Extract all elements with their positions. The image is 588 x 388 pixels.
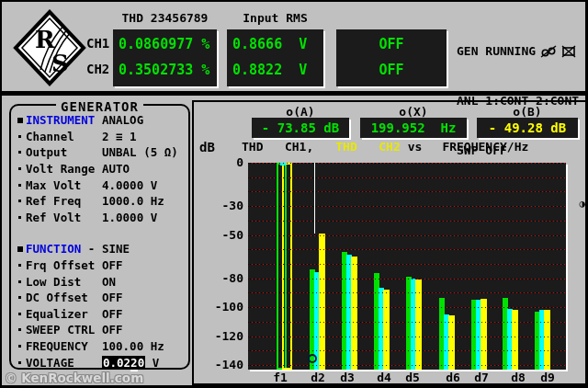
generator-row-instrument[interactable]: INSTRUMENTANALOG [14,112,186,129]
gridline-overlay [248,307,566,308]
thd-panel-title: THD 23456789 [113,11,217,25]
param-label: VOLTAGE [26,356,102,370]
param-label: INSTRUMENT [26,113,102,127]
gridline-overlay [248,177,566,178]
bar-thd-ch2-d2 [319,234,325,370]
aux-display: OFF OFF [336,29,447,86]
x-tick-label-d2: d2 [302,371,334,384]
gridline-overlay [248,322,566,323]
generator-row-max-volt[interactable]: Max Volt4.0000 V [14,177,186,193]
param-label: Volt Range [26,162,102,176]
gridline-overlay [248,235,566,236]
param-value: SINE [102,242,130,256]
section-bullet-icon [14,118,26,123]
param-value: 1000.0 Hz [102,194,164,208]
generator-row-function[interactable]: FUNCTION -SINE [14,241,186,257]
param-label: Equalizer [26,307,102,321]
audio-analyzer-screen: R S THD 23456789 Input RMS CH1 CH2 0.086… [0,0,588,388]
legend-part: THD CH2 [335,140,400,154]
x-tick-label-d4: d4 [368,371,400,384]
item-bullet-icon [14,361,26,364]
gridline-overlay [248,249,566,250]
param-label: FUNCTION - [26,242,102,256]
watermark: © KenRockwell.com [5,371,143,385]
item-bullet-icon [14,200,26,202]
legend-part: THD CH1, [242,140,313,154]
generator-row-equalizer[interactable]: EqualizerOFF [14,306,186,323]
item-bullet-icon [14,264,26,267]
item-bullet-icon [14,280,26,283]
item-bullet-icon [14,184,26,187]
readout-value-oB: - 49.28 dB [477,118,578,138]
param-label: Ref Freq [26,194,102,208]
generator-row-sweep-ctrl[interactable]: SWEEP CTRLOFF [14,322,186,338]
x-tick-label-d7: d7 [466,371,497,384]
param-value[interactable]: 0.0220 V [102,356,159,370]
generator-row-output[interactable]: OutputUNBAL (5 Ω) [14,144,186,161]
item-bullet-icon [14,167,26,170]
bar-thd-ch2-d3 [351,257,357,370]
y-tick-label: -80 [198,271,243,285]
generator-row-ref-volt[interactable]: Ref Volt1.0000 V [14,210,186,226]
ch1-label: CH1 [86,36,109,51]
gridline-overlay [248,264,566,265]
input-rms-title: Input RMS [227,11,323,25]
bar-plot [248,163,566,370]
thd-display: 0.0860977 % 0.3502733 % [113,29,217,86]
x-tick-label-d5: d5 [397,371,428,384]
param-value: OFF [102,291,123,304]
gen-status-row: GEN RUNNING [457,43,585,60]
gridline-overlay [248,365,566,366]
gridline-overlay [248,206,566,207]
section-bullet-icon [14,246,26,252]
param-label: Low Dist [26,275,102,289]
param-value: 4.0000 V [102,178,157,192]
generator-row-frq-offset[interactable]: Frq OffsetOFF [14,257,186,274]
param-value: ON [102,275,116,289]
param-value: AUTO [102,162,130,176]
logo-letter-s: S [51,50,69,77]
bar-thd-ch2-d8 [512,310,518,370]
param-label: Channel [26,130,102,143]
aux-ch1-value: OFF [336,31,447,57]
generator-row-frequency[interactable]: FREQUENCY100.00 Hz [14,338,186,355]
gridline-overlay [248,221,566,222]
y-tick-label: -120 [198,329,243,343]
param-value: 2 ≡ 1 [102,130,137,143]
generator-row-ref-freq[interactable]: Ref Freq1000.0 Hz [14,193,186,210]
readout-label-oA: o(A) [252,105,349,119]
y-axis-unit: dB [199,140,215,154]
param-value: OFF [102,258,123,272]
thd-ch2-value: 0.3502733 % [113,57,217,83]
param-label: Ref Volt [26,211,102,224]
thd-ch1-value: 0.0860977 % [113,31,217,57]
item-bullet-icon [14,216,26,219]
gridline-overlay [248,191,566,192]
param-value: 1.0000 V [102,211,157,224]
y-tick-label: -140 [198,358,243,371]
param-label: Max Volt [26,178,102,192]
generator-row-volt-range[interactable]: Volt RangeAUTO [14,161,186,177]
readout-label-oX: o(X) [360,105,467,119]
y-tick-label: -30 [198,199,243,212]
generator-row-voltage[interactable]: VOLTAGE0.0220 V [14,354,186,371]
generator-row-low-dist[interactable]: Low DistON [14,273,186,290]
param-value: UNBAL (5 Ω) [102,145,178,159]
generator-row-channel[interactable]: Channel2 ≡ 1 [14,129,186,145]
item-bullet-icon [14,328,26,331]
x-tick-label-d9: d9 [532,371,563,384]
item-bullet-icon [14,345,26,348]
bar-thd-ch2-d9 [544,310,550,370]
x-tick-label-f1: f1 [265,371,296,384]
x-tick-label-d8: d8 [503,371,534,384]
item-bullet-icon [14,135,26,138]
x-tick-label-d3: d3 [332,371,363,384]
cursor-line[interactable] [314,163,315,234]
generator-row-dc-offset[interactable]: DC OffsetOFF [14,290,186,306]
aux-ch2-value: OFF [336,57,447,83]
item-bullet-icon [14,313,26,315]
param-label: FREQUENCY [26,339,102,353]
y-tick-label: -100 [198,300,243,314]
x-tick-label-d6: d6 [437,371,469,384]
bar-thd-ch2-d4 [383,290,390,370]
